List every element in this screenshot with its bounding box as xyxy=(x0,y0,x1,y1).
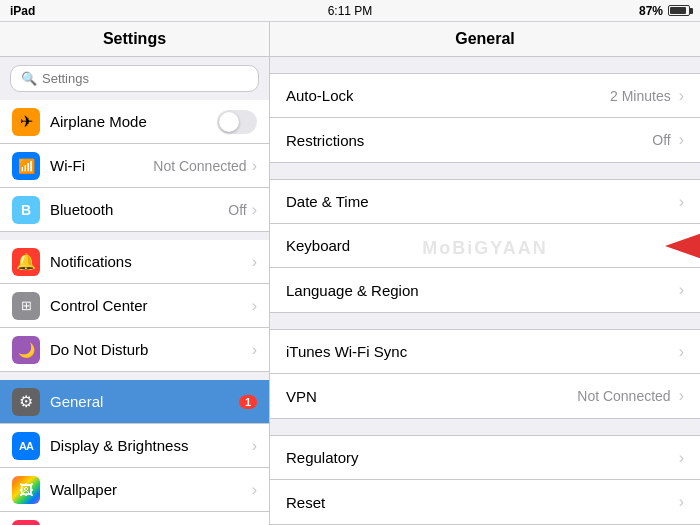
sidebar-item-label: Bluetooth xyxy=(50,201,228,218)
sidebar-item-do-not-disturb[interactable]: 🌙 Do Not Disturb › xyxy=(0,328,269,372)
sidebar-item-label: General xyxy=(50,393,239,410)
settings-row-restrictions[interactable]: Restrictions Off › xyxy=(270,118,700,162)
chevron-icon: › xyxy=(679,387,684,405)
search-input-wrap[interactable]: 🔍 xyxy=(10,65,259,92)
wallpaper-icon: 🖼 xyxy=(12,476,40,504)
sidebar-title: Settings xyxy=(103,30,166,47)
sidebar-items-list: ✈ Airplane Mode 📶 Wi-Fi Not Connected › … xyxy=(0,100,269,525)
chevron-icon: › xyxy=(252,201,257,219)
row-label: iTunes Wi-Fi Sync xyxy=(286,343,679,360)
row-label: Keyboard xyxy=(286,237,679,254)
chevron-icon: › xyxy=(252,341,257,359)
chevron-icon: › xyxy=(679,493,684,511)
airplane-toggle[interactable] xyxy=(217,110,257,134)
chevron-icon: › xyxy=(252,437,257,455)
sidebar-item-label: Do Not Disturb xyxy=(50,341,252,358)
chevron-icon: › xyxy=(679,343,684,361)
chevron-icon: › xyxy=(679,193,684,211)
control-center-icon: ⊞ xyxy=(12,292,40,320)
status-bar: iPad 6:11 PM 87% xyxy=(0,0,700,22)
bluetooth-value: Off xyxy=(228,202,246,218)
sounds-icon: 🔊 xyxy=(12,520,40,526)
settings-group-1: Auto-Lock 2 Minutes › Restrictions Off › xyxy=(270,73,700,163)
sidebar-item-wifi[interactable]: 📶 Wi-Fi Not Connected › xyxy=(0,144,269,188)
general-badge: 1 xyxy=(239,395,257,409)
right-panel-header: General xyxy=(270,22,700,57)
bluetooth-icon: B xyxy=(12,196,40,224)
settings-group-2: Date & Time › Keyboard › Language & Reg xyxy=(270,179,700,313)
battery-percent: 87% xyxy=(639,4,663,18)
wifi-icon: 📶 xyxy=(12,152,40,180)
sidebar: Settings 🔍 ✈ Airplane Mode 📶 Wi-Fi Not C… xyxy=(0,22,270,525)
sidebar-item-label: Wi-Fi xyxy=(50,157,153,174)
settings-row-regulatory[interactable]: Regulatory › xyxy=(270,436,700,480)
display-brightness-icon: AA xyxy=(12,432,40,460)
sidebar-item-bluetooth[interactable]: B Bluetooth Off › xyxy=(0,188,269,232)
chevron-icon: › xyxy=(679,449,684,467)
sidebar-item-label: Wallpaper xyxy=(50,481,252,498)
group-spacer xyxy=(0,232,269,240)
do-not-disturb-icon: 🌙 xyxy=(12,336,40,364)
chevron-icon: › xyxy=(252,297,257,315)
restrictions-value: Off xyxy=(652,132,670,148)
status-time: 6:11 PM xyxy=(328,4,373,18)
row-label: Date & Time xyxy=(286,193,679,210)
sidebar-item-sounds[interactable]: 🔊 Sounds › xyxy=(0,512,269,525)
settings-group-4: Regulatory › Reset › xyxy=(270,435,700,525)
autolock-value: 2 Minutes xyxy=(610,88,671,104)
sidebar-header: Settings xyxy=(0,22,269,57)
wifi-value: Not Connected xyxy=(153,158,246,174)
status-right: 87% xyxy=(639,4,690,18)
status-device: iPad xyxy=(10,4,35,18)
battery-icon xyxy=(668,5,690,16)
settings-row-autolock[interactable]: Auto-Lock 2 Minutes › xyxy=(270,74,700,118)
sidebar-item-control-center[interactable]: ⊞ Control Center › xyxy=(0,284,269,328)
settings-row-language-region[interactable]: Language & Region › xyxy=(270,268,700,312)
chevron-icon: › xyxy=(679,237,684,255)
airplane-icon: ✈ xyxy=(12,108,40,136)
settings-row-keyboard[interactable]: Keyboard › xyxy=(270,224,700,268)
sidebar-item-label: Airplane Mode xyxy=(50,113,217,130)
sidebar-item-display-brightness[interactable]: AA Display & Brightness › xyxy=(0,424,269,468)
settings-row-itunes-wifi[interactable]: iTunes Wi-Fi Sync › xyxy=(270,330,700,374)
chevron-icon: › xyxy=(252,253,257,271)
group-spacer xyxy=(0,372,269,380)
row-label: Reset xyxy=(286,494,679,511)
sidebar-item-general[interactable]: ⚙ General 1 xyxy=(0,380,269,424)
sidebar-item-airplane[interactable]: ✈ Airplane Mode xyxy=(0,100,269,144)
row-label: Regulatory xyxy=(286,449,679,466)
right-panel: MoBiGYAAN General Auto-Lock 2 Minutes › … xyxy=(270,22,700,525)
search-bar-container: 🔍 xyxy=(0,57,269,100)
row-label: VPN xyxy=(286,388,577,405)
sidebar-item-label: Control Center xyxy=(50,297,252,314)
chevron-icon: › xyxy=(679,87,684,105)
sidebar-item-label: Notifications xyxy=(50,253,252,270)
settings-row-datetime[interactable]: Date & Time › xyxy=(270,180,700,224)
sidebar-item-wallpaper[interactable]: 🖼 Wallpaper › xyxy=(0,468,269,512)
settings-row-reset[interactable]: Reset › xyxy=(270,480,700,524)
row-label: Restrictions xyxy=(286,132,652,149)
vpn-value: Not Connected xyxy=(577,388,670,404)
settings-row-vpn[interactable]: VPN Not Connected › xyxy=(270,374,700,418)
right-panel-title: General xyxy=(455,30,515,48)
search-input[interactable] xyxy=(42,71,248,86)
general-icon: ⚙ xyxy=(12,388,40,416)
row-label: Auto-Lock xyxy=(286,87,610,104)
sidebar-item-label: Display & Brightness xyxy=(50,437,252,454)
settings-group-3: iTunes Wi-Fi Sync › VPN Not Connected › xyxy=(270,329,700,419)
chevron-icon: › xyxy=(679,131,684,149)
row-label: Language & Region xyxy=(286,282,679,299)
chevron-icon: › xyxy=(252,481,257,499)
chevron-icon: › xyxy=(252,157,257,175)
main-layout: Settings 🔍 ✈ Airplane Mode 📶 Wi-Fi Not C… xyxy=(0,22,700,525)
sidebar-item-notifications[interactable]: 🔔 Notifications › xyxy=(0,240,269,284)
chevron-icon: › xyxy=(679,281,684,299)
search-icon: 🔍 xyxy=(21,71,37,86)
notifications-icon: 🔔 xyxy=(12,248,40,276)
